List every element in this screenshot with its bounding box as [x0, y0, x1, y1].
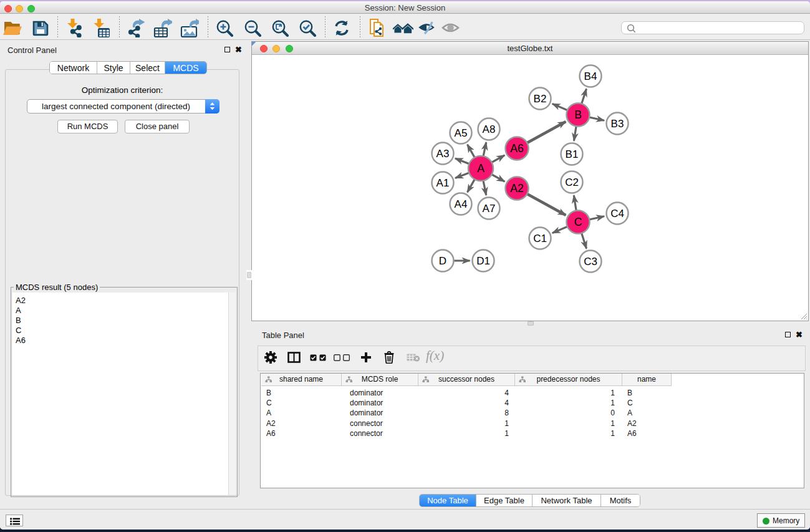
- svg-text:A8: A8: [483, 123, 496, 135]
- svg-text:A2: A2: [510, 182, 523, 195]
- svg-text:B1: B1: [566, 148, 579, 160]
- svg-text:A7: A7: [483, 203, 496, 215]
- svg-text:C3: C3: [584, 256, 597, 268]
- svg-text:C: C: [574, 216, 582, 228]
- svg-text:C1: C1: [533, 233, 547, 244]
- svg-text:A5: A5: [455, 127, 468, 139]
- svg-text:C2: C2: [565, 177, 579, 188]
- svg-text:A4: A4: [455, 198, 468, 210]
- svg-text:B3: B3: [611, 118, 624, 130]
- svg-text:B4: B4: [584, 70, 597, 82]
- svg-text:A1: A1: [436, 177, 450, 189]
- svg-text:A: A: [477, 162, 485, 175]
- svg-text:D1: D1: [476, 255, 490, 267]
- svg-text:B2: B2: [534, 93, 547, 105]
- svg-text:C4: C4: [610, 208, 624, 220]
- svg-text:B: B: [574, 109, 582, 121]
- svg-text:D: D: [439, 255, 446, 267]
- svg-text:A6: A6: [510, 142, 523, 155]
- svg-text:A3: A3: [436, 148, 450, 160]
